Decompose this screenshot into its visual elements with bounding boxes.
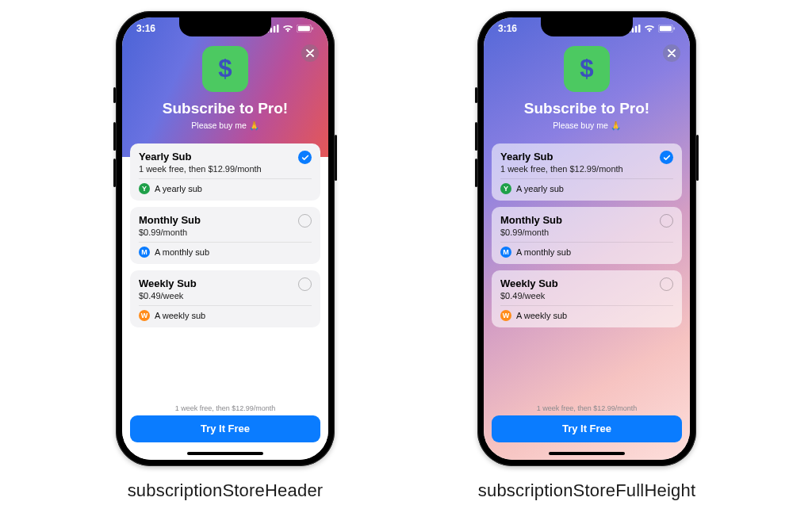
plan-monthly[interactable]: Monthly Sub $0.99/month M A monthly sub xyxy=(130,207,320,264)
cta-area: 1 week free, then $12.99/month Try It Fr… xyxy=(492,404,682,442)
hw-silence-switch xyxy=(113,87,116,103)
plan-price: $0.99/month xyxy=(500,228,673,237)
screen: 3:16 $ Subscribe to Pro! Please buy xyxy=(122,17,328,460)
plan-price: $0.99/month xyxy=(139,228,312,237)
check-icon xyxy=(301,154,309,162)
dollar-icon: $ xyxy=(573,55,600,82)
check-icon xyxy=(663,154,671,162)
hw-volume-up xyxy=(113,122,116,151)
radio-unselected[interactable] xyxy=(660,277,673,291)
plan-badge-icon: Y xyxy=(139,183,150,194)
plan-monthly[interactable]: Monthly Sub $0.99/month M A monthly sub xyxy=(492,207,682,264)
variant-header-only: 3:16 $ Subscribe to Pro! Please buy xyxy=(116,11,335,501)
svg-rect-10 xyxy=(635,26,638,33)
radio-selected[interactable] xyxy=(660,151,673,164)
app-icon: $ xyxy=(564,46,610,92)
svg-rect-9 xyxy=(632,28,634,33)
svg-text:$: $ xyxy=(218,55,232,82)
plan-badge-icon: W xyxy=(139,310,150,321)
variant-full-height: 3:16 $ Subscribe to Pro! Please buy xyxy=(477,11,696,501)
plan-price: $0.49/week xyxy=(139,291,312,300)
plan-desc: W A weekly sub xyxy=(139,310,312,321)
plan-price: 1 week free, then $12.99/month xyxy=(500,164,673,174)
svg-rect-6 xyxy=(312,27,313,29)
radio-selected[interactable] xyxy=(298,151,312,164)
hw-volume-down xyxy=(475,159,477,187)
svg-rect-2 xyxy=(274,26,276,33)
phone-frame: 3:16 $ Subscribe to Pro! Please buy xyxy=(477,11,696,466)
plan-desc: Y A yearly sub xyxy=(139,183,312,194)
svg-rect-1 xyxy=(270,28,273,33)
hw-volume-up xyxy=(475,122,477,151)
plan-badge-icon: M xyxy=(139,247,150,258)
cta-fine-print: 1 week free, then $12.99/month xyxy=(492,404,682,412)
svg-text:$: $ xyxy=(580,55,593,82)
divider xyxy=(500,305,673,306)
home-indicator xyxy=(549,452,625,455)
notch xyxy=(541,17,633,36)
radio-unselected[interactable] xyxy=(298,214,312,228)
cta-button[interactable]: Try It Free xyxy=(130,415,320,442)
divider xyxy=(139,305,312,306)
cta-area: 1 week free, then $12.99/month Try It Fr… xyxy=(130,404,320,442)
divider xyxy=(139,242,312,243)
hw-silence-switch xyxy=(475,87,477,103)
cta-button[interactable]: Try It Free xyxy=(492,415,682,442)
dollar-icon: $ xyxy=(212,55,239,82)
plan-weekly[interactable]: Weekly Sub $0.49/week W A weekly sub xyxy=(130,270,320,327)
close-button[interactable] xyxy=(301,44,319,62)
wifi-icon xyxy=(644,25,655,33)
plan-weekly[interactable]: Weekly Sub $0.49/week W A weekly sub xyxy=(492,270,682,327)
divider xyxy=(139,178,312,179)
store-title: Subscribe to Pro! xyxy=(484,100,690,117)
close-icon xyxy=(306,49,314,57)
close-button[interactable] xyxy=(663,44,680,62)
divider xyxy=(500,242,673,243)
plan-badge-icon: W xyxy=(500,310,511,321)
store-subtitle: Please buy me 🙏 xyxy=(484,121,690,131)
home-indicator xyxy=(187,452,263,455)
svg-rect-5 xyxy=(298,26,310,32)
clock: 3:16 xyxy=(136,23,155,34)
plan-desc: M A monthly sub xyxy=(139,247,312,258)
divider xyxy=(500,178,673,179)
battery-icon xyxy=(658,25,676,33)
cta-fine-print: 1 week free, then $12.99/month xyxy=(130,404,320,412)
plan-yearly[interactable]: Yearly Sub 1 week free, then $12.99/mont… xyxy=(492,143,682,201)
plan-price: 1 week free, then $12.99/month xyxy=(139,164,312,174)
phone-frame: 3:16 $ Subscribe to Pro! Please buy xyxy=(116,11,335,466)
svg-rect-11 xyxy=(638,25,641,33)
app-icon: $ xyxy=(202,46,248,92)
radio-unselected[interactable] xyxy=(660,214,673,228)
hw-volume-down xyxy=(113,159,116,187)
store-title: Subscribe to Pro! xyxy=(122,100,328,117)
plan-list: Yearly Sub 1 week free, then $12.99/mont… xyxy=(122,143,328,327)
store-subtitle: Please buy me 🙏 xyxy=(122,121,328,131)
plan-badge-icon: M xyxy=(500,247,511,258)
svg-rect-14 xyxy=(673,27,675,29)
battery-icon xyxy=(297,25,314,33)
plan-price: $0.49/week xyxy=(500,291,673,300)
caption-left: subscriptionStoreHeader xyxy=(128,480,324,501)
wifi-icon xyxy=(282,25,293,33)
radio-unselected[interactable] xyxy=(298,277,312,291)
plan-yearly[interactable]: Yearly Sub 1 week free, then $12.99/mont… xyxy=(130,143,320,201)
hw-power xyxy=(335,135,337,181)
notch xyxy=(179,17,271,36)
plan-title: Weekly Sub xyxy=(139,277,312,289)
plan-title: Monthly Sub xyxy=(500,214,673,226)
plan-badge-icon: Y xyxy=(500,183,511,194)
hw-power xyxy=(696,135,699,181)
plan-title: Yearly Sub xyxy=(139,151,312,163)
svg-rect-3 xyxy=(277,25,279,33)
caption-right: subscriptionStoreFullHeight xyxy=(478,480,695,501)
plan-list: Yearly Sub 1 week free, then $12.99/mont… xyxy=(484,143,690,327)
svg-rect-13 xyxy=(660,26,672,32)
plan-desc: Y A yearly sub xyxy=(500,183,673,194)
plan-desc: W A weekly sub xyxy=(500,310,673,321)
close-icon xyxy=(668,49,676,57)
screen: 3:16 $ Subscribe to Pro! Please buy xyxy=(484,17,690,460)
plan-title: Monthly Sub xyxy=(139,214,312,226)
plan-title: Yearly Sub xyxy=(500,151,673,163)
plan-desc: M A monthly sub xyxy=(500,247,673,258)
